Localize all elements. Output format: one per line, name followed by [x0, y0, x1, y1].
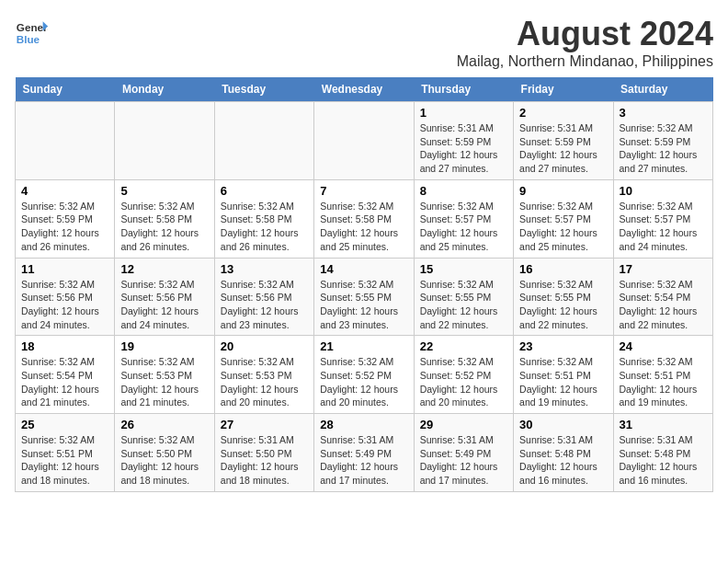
- calendar-cell: 15Sunrise: 5:32 AM Sunset: 5:55 PM Dayli…: [414, 258, 513, 336]
- day-info: Sunrise: 5:32 AM Sunset: 5:56 PM Dayligh…: [221, 278, 308, 332]
- calendar-cell: 13Sunrise: 5:32 AM Sunset: 5:56 PM Dayli…: [214, 258, 313, 336]
- day-number: 9: [519, 184, 607, 198]
- day-info: Sunrise: 5:32 AM Sunset: 5:59 PM Dayligh…: [21, 200, 108, 254]
- day-info: Sunrise: 5:32 AM Sunset: 5:59 PM Dayligh…: [620, 121, 707, 176]
- day-number: 18: [21, 339, 108, 353]
- day-info: Sunrise: 5:31 AM Sunset: 5:50 PM Dayligh…: [221, 433, 308, 488]
- calendar-cell: 26Sunrise: 5:32 AM Sunset: 5:50 PM Dayli…: [115, 414, 214, 492]
- calendar-cell: 11Sunrise: 5:32 AM Sunset: 5:56 PM Dayli…: [16, 258, 115, 336]
- day-info: Sunrise: 5:32 AM Sunset: 5:52 PM Dayligh…: [420, 355, 507, 409]
- day-number: 20: [221, 339, 308, 353]
- day-number: 3: [620, 106, 707, 120]
- logo-icon: General Blue: [15, 15, 48, 48]
- calendar-cell: 18Sunrise: 5:32 AM Sunset: 5:54 PM Dayli…: [16, 336, 115, 414]
- day-number: 17: [620, 262, 707, 276]
- day-number: 19: [120, 339, 208, 353]
- calendar-cell: [115, 102, 214, 180]
- calendar-cell: 1Sunrise: 5:31 AM Sunset: 5:59 PM Daylig…: [414, 102, 513, 180]
- column-header-saturday: Saturday: [613, 77, 712, 102]
- week-row-2: 4Sunrise: 5:32 AM Sunset: 5:59 PM Daylig…: [16, 179, 713, 258]
- calendar-cell: 9Sunrise: 5:32 AM Sunset: 5:57 PM Daylig…: [514, 179, 613, 258]
- day-info: Sunrise: 5:32 AM Sunset: 5:53 PM Dayligh…: [221, 355, 308, 409]
- logo: General Blue: [15, 15, 48, 48]
- svg-text:Blue: Blue: [17, 33, 40, 45]
- day-info: Sunrise: 5:32 AM Sunset: 5:55 PM Dayligh…: [320, 278, 407, 332]
- calendar-cell: [314, 102, 414, 180]
- calendar-cell: 23Sunrise: 5:32 AM Sunset: 5:51 PM Dayli…: [514, 336, 613, 414]
- page-subtitle: Mailag, Northern Mindanao, Philippines: [457, 53, 713, 70]
- column-header-friday: Friday: [514, 77, 613, 102]
- day-info: Sunrise: 5:32 AM Sunset: 5:52 PM Dayligh…: [320, 355, 407, 409]
- day-number: 16: [519, 262, 607, 276]
- week-row-5: 25Sunrise: 5:32 AM Sunset: 5:51 PM Dayli…: [16, 414, 713, 492]
- day-number: 8: [420, 184, 507, 198]
- day-number: 14: [320, 262, 407, 276]
- day-info: Sunrise: 5:32 AM Sunset: 5:58 PM Dayligh…: [120, 200, 208, 254]
- column-header-wednesday: Wednesday: [314, 77, 414, 102]
- calendar-cell: 5Sunrise: 5:32 AM Sunset: 5:58 PM Daylig…: [115, 179, 214, 258]
- title-block: August 2024 Mailag, Northern Mindanao, P…: [457, 15, 713, 70]
- calendar-cell: 21Sunrise: 5:32 AM Sunset: 5:52 PM Dayli…: [314, 336, 414, 414]
- day-number: 4: [21, 184, 108, 198]
- day-number: 11: [21, 262, 108, 276]
- day-info: Sunrise: 5:32 AM Sunset: 5:55 PM Dayligh…: [519, 278, 607, 332]
- calendar-cell: 30Sunrise: 5:31 AM Sunset: 5:48 PM Dayli…: [514, 414, 613, 492]
- calendar-cell: 29Sunrise: 5:31 AM Sunset: 5:49 PM Dayli…: [414, 414, 513, 492]
- day-info: Sunrise: 5:31 AM Sunset: 5:49 PM Dayligh…: [420, 433, 507, 488]
- calendar-cell: 3Sunrise: 5:32 AM Sunset: 5:59 PM Daylig…: [613, 102, 712, 180]
- page-header: General Blue August 2024 Mailag, Norther…: [15, 15, 713, 70]
- day-number: 29: [420, 418, 507, 431]
- week-row-1: 1Sunrise: 5:31 AM Sunset: 5:59 PM Daylig…: [16, 102, 713, 180]
- day-info: Sunrise: 5:32 AM Sunset: 5:51 PM Dayligh…: [620, 355, 707, 409]
- column-header-thursday: Thursday: [414, 77, 513, 102]
- week-row-3: 11Sunrise: 5:32 AM Sunset: 5:56 PM Dayli…: [16, 258, 713, 336]
- day-info: Sunrise: 5:32 AM Sunset: 5:55 PM Dayligh…: [420, 278, 507, 332]
- calendar-cell: 24Sunrise: 5:32 AM Sunset: 5:51 PM Dayli…: [613, 336, 712, 414]
- calendar-cell: 8Sunrise: 5:32 AM Sunset: 5:57 PM Daylig…: [414, 179, 513, 258]
- day-info: Sunrise: 5:31 AM Sunset: 5:48 PM Dayligh…: [519, 433, 607, 488]
- day-number: 21: [320, 339, 407, 353]
- day-info: Sunrise: 5:32 AM Sunset: 5:57 PM Dayligh…: [420, 200, 507, 254]
- calendar-cell: 28Sunrise: 5:31 AM Sunset: 5:49 PM Dayli…: [314, 414, 414, 492]
- day-number: 28: [320, 418, 407, 431]
- day-number: 13: [221, 262, 308, 276]
- day-number: 12: [120, 262, 208, 276]
- page-title: August 2024: [457, 15, 713, 53]
- day-number: 26: [120, 418, 208, 431]
- day-info: Sunrise: 5:32 AM Sunset: 5:57 PM Dayligh…: [620, 200, 707, 254]
- calendar-cell: 7Sunrise: 5:32 AM Sunset: 5:58 PM Daylig…: [314, 179, 414, 258]
- day-number: 6: [221, 184, 308, 198]
- day-info: Sunrise: 5:32 AM Sunset: 5:54 PM Dayligh…: [620, 278, 707, 332]
- day-info: Sunrise: 5:32 AM Sunset: 5:58 PM Dayligh…: [221, 200, 308, 254]
- column-header-tuesday: Tuesday: [214, 77, 313, 102]
- day-info: Sunrise: 5:32 AM Sunset: 5:56 PM Dayligh…: [120, 278, 208, 332]
- calendar-cell: 17Sunrise: 5:32 AM Sunset: 5:54 PM Dayli…: [613, 258, 712, 336]
- calendar-cell: 31Sunrise: 5:31 AM Sunset: 5:48 PM Dayli…: [613, 414, 712, 492]
- day-number: 15: [420, 262, 507, 276]
- calendar-cell: 19Sunrise: 5:32 AM Sunset: 5:53 PM Dayli…: [115, 336, 214, 414]
- day-number: 31: [620, 418, 707, 431]
- calendar-cell: 25Sunrise: 5:32 AM Sunset: 5:51 PM Dayli…: [16, 414, 115, 492]
- day-info: Sunrise: 5:32 AM Sunset: 5:56 PM Dayligh…: [21, 278, 108, 332]
- day-number: 24: [620, 339, 707, 353]
- day-info: Sunrise: 5:32 AM Sunset: 5:58 PM Dayligh…: [320, 200, 407, 254]
- calendar-cell: 4Sunrise: 5:32 AM Sunset: 5:59 PM Daylig…: [16, 179, 115, 258]
- calendar-cell: 12Sunrise: 5:32 AM Sunset: 5:56 PM Dayli…: [115, 258, 214, 336]
- day-info: Sunrise: 5:32 AM Sunset: 5:54 PM Dayligh…: [21, 355, 108, 409]
- day-info: Sunrise: 5:32 AM Sunset: 5:57 PM Dayligh…: [519, 200, 607, 254]
- day-number: 2: [519, 106, 607, 120]
- day-number: 22: [420, 339, 507, 353]
- day-number: 1: [420, 106, 507, 120]
- day-number: 23: [519, 339, 607, 353]
- day-info: Sunrise: 5:31 AM Sunset: 5:49 PM Dayligh…: [320, 433, 407, 488]
- day-number: 5: [120, 184, 208, 198]
- day-number: 27: [221, 418, 308, 431]
- day-number: 10: [620, 184, 707, 198]
- column-header-monday: Monday: [115, 77, 214, 102]
- calendar-cell: [16, 102, 115, 180]
- day-info: Sunrise: 5:32 AM Sunset: 5:51 PM Dayligh…: [519, 355, 607, 409]
- calendar-cell: 10Sunrise: 5:32 AM Sunset: 5:57 PM Dayli…: [613, 179, 712, 258]
- day-info: Sunrise: 5:31 AM Sunset: 5:48 PM Dayligh…: [620, 433, 707, 488]
- calendar-cell: 22Sunrise: 5:32 AM Sunset: 5:52 PM Dayli…: [414, 336, 513, 414]
- day-info: Sunrise: 5:32 AM Sunset: 5:53 PM Dayligh…: [120, 355, 208, 409]
